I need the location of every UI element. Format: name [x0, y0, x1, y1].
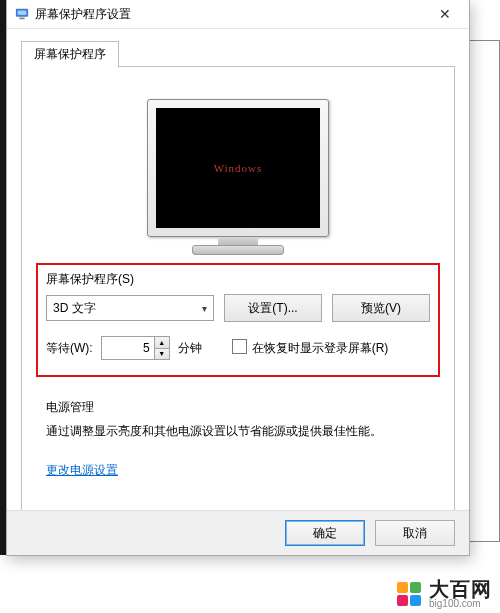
- resume-checkbox[interactable]: [232, 339, 247, 354]
- close-icon: ✕: [439, 6, 451, 22]
- screensaver-preview-text: Windows: [214, 162, 263, 174]
- cancel-button[interactable]: 取消: [375, 520, 455, 546]
- monitor-frame: Windows: [147, 99, 329, 237]
- tab-page: Windows 屏幕保护程序(S) 3D 文字 ▾: [21, 66, 455, 530]
- screensaver-combobox[interactable]: 3D 文字 ▾: [46, 295, 214, 321]
- spinner-up-button[interactable]: ▲: [155, 337, 169, 349]
- monitor-neck: [218, 237, 258, 245]
- screensaver-icon: [15, 7, 29, 21]
- group-screensaver-label: 屏幕保护程序(S): [46, 271, 430, 288]
- chevron-down-icon: ▾: [202, 303, 207, 314]
- watermark-logo-icon: [397, 582, 423, 606]
- title-bar: 屏幕保护程序设置 ✕: [7, 0, 469, 29]
- screensaver-selected-value: 3D 文字: [53, 300, 96, 317]
- monitor-preview: Windows: [22, 67, 454, 255]
- wait-label: 等待(W):: [46, 340, 93, 357]
- group-power: 电源管理 通过调整显示亮度和其他电源设置以节省能源或提供最佳性能。 更改电源设置: [46, 399, 430, 479]
- preview-button[interactable]: 预览(V): [332, 294, 430, 322]
- settings-button[interactable]: 设置(T)...: [224, 294, 322, 322]
- tab-screensaver[interactable]: 屏幕保护程序: [21, 41, 119, 68]
- change-power-settings-link[interactable]: 更改电源设置: [46, 462, 118, 479]
- close-button[interactable]: ✕: [425, 2, 465, 26]
- tab-label: 屏幕保护程序: [34, 46, 106, 63]
- monitor-screen: Windows: [156, 108, 320, 228]
- watermark-cn: 大百网: [429, 579, 492, 599]
- power-description: 通过调整显示亮度和其他电源设置以节省能源或提供最佳性能。: [46, 422, 430, 440]
- monitor-base: [192, 245, 284, 255]
- client-area: 屏幕保护程序 Windows: [7, 29, 469, 530]
- spinner-down-button[interactable]: ▼: [155, 349, 169, 360]
- group-screensaver: 屏幕保护程序(S) 3D 文字 ▾ 设置(T)... 预览(V): [46, 271, 430, 360]
- watermark: 大百网 big100.com: [389, 575, 500, 613]
- wait-spinner[interactable]: ▲ ▼: [101, 336, 170, 360]
- dialog-window: 屏幕保护程序设置 ✕ 屏幕保护程序 Windows: [6, 0, 470, 556]
- ok-button[interactable]: 确定: [285, 520, 365, 546]
- wait-unit: 分钟: [178, 340, 202, 357]
- window-title: 屏幕保护程序设置: [35, 6, 425, 23]
- tab-strip: 屏幕保护程序: [21, 41, 455, 67]
- dialog-button-bar: 确定 取消: [7, 510, 469, 555]
- svg-rect-2: [19, 18, 24, 20]
- svg-rect-1: [18, 11, 27, 15]
- background-window-strip: [468, 40, 500, 542]
- wait-input[interactable]: [102, 337, 154, 359]
- group-power-label: 电源管理: [46, 399, 430, 416]
- watermark-en: big100.com: [429, 599, 492, 609]
- resume-checkbox-label[interactable]: 在恢复时显示登录屏幕(R): [232, 339, 389, 357]
